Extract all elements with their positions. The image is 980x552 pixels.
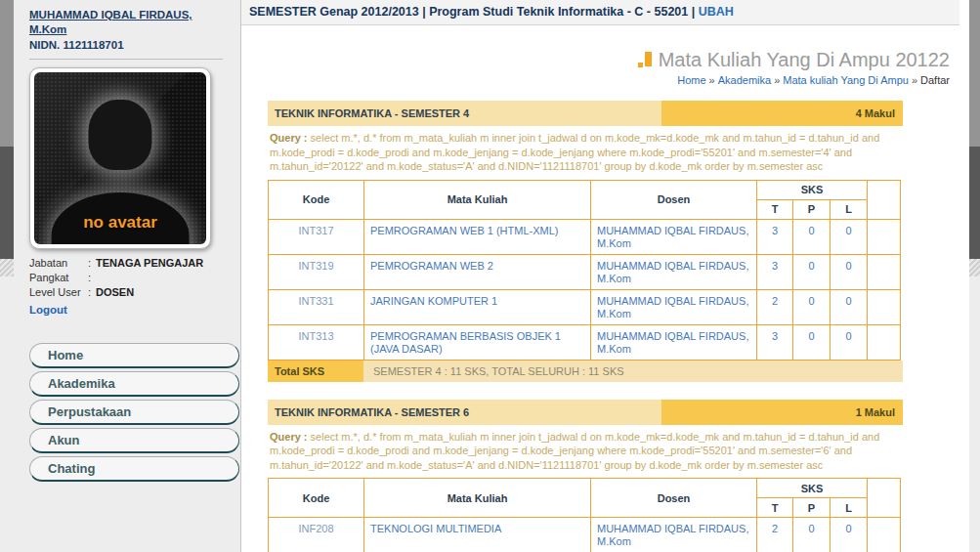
- edge-segment-dark: [0, 147, 14, 259]
- column-header-empty: [868, 479, 901, 518]
- sidebar-menu: HomeAkademikaPerpustakaanAkunChating: [29, 343, 239, 482]
- sql-query-text: Query : select m.*, d.* from m_mata_kuli…: [268, 126, 903, 180]
- sks-p: 0: [793, 254, 831, 289]
- semester-panel: TEKNIK INFORMATIKA - SEMESTER 6 1 Makul …: [268, 400, 903, 552]
- sks-l: 0: [831, 219, 868, 254]
- sks-l: 0: [831, 324, 868, 360]
- total-sks-label: Total SKS: [268, 361, 363, 382]
- edge-segment-gray: [0, 0, 14, 147]
- course-row: INT319PEMROGRAMAN WEB 2MUHAMMAD IQBAL FI…: [269, 254, 901, 289]
- course-dosen: MUHAMMAD IQBAL FIRDAUS, M.Kom: [591, 289, 757, 324]
- semester-header-bar: SEMESTER Genap 2012/2013 | Program Studi…: [241, 0, 959, 25]
- sql-query-text: Query : select m.*, d.* from m_mata_kuli…: [268, 425, 903, 479]
- course-kode: INT317: [269, 219, 364, 254]
- course-table: Kode Mata Kuliah Dosen SKS T P L INT317P…: [268, 180, 901, 361]
- sks-t: 3: [757, 324, 793, 360]
- column-header-t: T: [757, 199, 793, 219]
- breadcrumb-separator: »: [774, 74, 780, 86]
- sks-p: 0: [793, 219, 831, 254]
- sidebar-item-chating[interactable]: Chating: [29, 456, 239, 482]
- course-name: PEMROGRAMAN BERBASIS OBJEK 1 (JAVA DASAR…: [364, 324, 591, 360]
- panel-makul-count: 4 Makul: [661, 101, 903, 126]
- sidebar: MUHAMMAD IQBAL FIRDAUS, M.Kom NIDN. 1121…: [14, 0, 241, 552]
- column-header-kode: Kode: [269, 180, 364, 219]
- total-sks-row: Total SKS SEMESTER 4 : 11 SKS, TOTAL SEL…: [268, 361, 903, 382]
- breadcrumb: Home»Akademika»Mata kuliah Yang Di Ampu»…: [241, 74, 969, 86]
- column-header-dosen: Dosen: [591, 479, 757, 518]
- divider: [29, 59, 223, 60]
- column-header-kode: Kode: [269, 479, 364, 518]
- course-dosen: MUHAMMAD IQBAL FIRDAUS, M.Kom: [591, 518, 757, 552]
- title-row: Mata Kuliah Yang Di Ampu 20122: [241, 49, 969, 71]
- sidebar-item-perpustakaan[interactable]: Perpustakaan: [29, 400, 239, 425]
- course-name: PEMROGRAMAN WEB 2: [364, 254, 591, 289]
- sks-p: 0: [793, 324, 831, 360]
- column-header-mata-kuliah: Mata Kuliah: [364, 479, 591, 518]
- course-dosen: MUHAMMAD IQBAL FIRDAUS, M.Kom: [591, 219, 757, 254]
- panel-makul-count: 1 Makul: [661, 400, 903, 425]
- breadcrumb-mata-kuliah-yang-di-ampu[interactable]: Mata kuliah Yang Di Ampu: [783, 74, 909, 86]
- panel-title: TEKNIK INFORMATIKA - SEMESTER 6: [268, 400, 661, 425]
- sks-l: 0: [831, 289, 868, 324]
- panel-header: TEKNIK INFORMATIKA - SEMESTER 4 4 Makul: [268, 101, 903, 126]
- breadcrumb-daftar: Daftar: [920, 74, 950, 86]
- sks-t: 3: [757, 254, 793, 289]
- page-title: Mata Kuliah Yang Di Ampu 20122: [659, 49, 950, 71]
- edge-segment-hatch: [969, 259, 980, 276]
- sks-p: 0: [793, 289, 831, 324]
- edge-segment-light: [0, 276, 14, 552]
- edge-segment-dark: [969, 147, 980, 259]
- column-header-t: T: [757, 498, 793, 518]
- logout-link[interactable]: Logout: [29, 304, 67, 316]
- edge-segment-gray: [969, 0, 980, 147]
- no-avatar-image: no avatar: [34, 72, 206, 244]
- course-row: INT313PEMROGRAMAN BERBASIS OBJEK 1 (JAVA…: [269, 324, 901, 360]
- column-header-empty: [868, 180, 901, 219]
- breadcrumb-akademika[interactable]: Akademika: [718, 74, 771, 86]
- sidebar-item-akun[interactable]: Akun: [29, 428, 239, 453]
- empty-cell: [868, 254, 901, 289]
- panel-title: TEKNIK INFORMATIKA - SEMESTER 4: [268, 101, 661, 126]
- sks-p: 0: [793, 518, 831, 552]
- no-avatar-label: no avatar: [34, 213, 206, 233]
- sidebar-item-akademika[interactable]: Akademika: [29, 371, 239, 397]
- course-name: JARINGAN KOMPUTER 1: [364, 289, 591, 324]
- breadcrumb-home[interactable]: Home: [677, 74, 705, 86]
- column-header-l: L: [831, 199, 868, 219]
- empty-cell: [868, 518, 901, 552]
- course-kode: INF208: [269, 518, 364, 552]
- profile-info-row: Jabatan:TENAGA PENGAJAR: [29, 256, 240, 271]
- column-header-l: L: [831, 498, 868, 518]
- page-edge-right: [969, 0, 980, 552]
- info-value: DOSEN: [96, 285, 134, 300]
- column-header-mata-kuliah: Mata Kuliah: [364, 180, 591, 219]
- column-header-p: P: [793, 199, 831, 219]
- profile-nidn: NIDN. 1121118701: [29, 38, 240, 53]
- course-kode: INT331: [269, 289, 364, 324]
- course-row: INT331JARINGAN KOMPUTER 1MUHAMMAD IQBAL …: [269, 289, 901, 324]
- sidebar-item-home[interactable]: Home: [29, 343, 239, 368]
- edge-segment-light: [969, 276, 980, 552]
- course-name: PEMROGRAMAN WEB 1 (HTML-XML): [364, 219, 591, 254]
- course-kode: INT319: [269, 254, 364, 289]
- sks-t: 3: [757, 219, 793, 254]
- avatar-head-silhouette: [88, 100, 151, 170]
- breadcrumb-separator: »: [912, 74, 917, 86]
- course-row: INT317PEMROGRAMAN WEB 1 (HTML-XML)MUHAMM…: [269, 219, 901, 254]
- course-table: Kode Mata Kuliah Dosen SKS T P L INF208T…: [268, 478, 901, 552]
- sks-t: 2: [757, 289, 793, 324]
- profile-name-link[interactable]: MUHAMMAD IQBAL FIRDAUS, M.Kom: [29, 8, 220, 37]
- ubah-link[interactable]: UBAH: [699, 5, 734, 19]
- main-content: SEMESTER Genap 2012/2013 | Program Studi…: [241, 0, 969, 552]
- course-dosen: MUHAMMAD IQBAL FIRDAUS, M.Kom: [591, 254, 757, 289]
- sks-t: 2: [757, 518, 793, 552]
- semester-header-text: SEMESTER Genap 2012/2013 | Program Studi…: [249, 5, 699, 19]
- title-bullet-icon: [638, 52, 652, 68]
- total-sks-value: SEMESTER 4 : 11 SKS, TOTAL SELURUH : 11 …: [363, 361, 903, 382]
- course-row: INF208TEKNOLOGI MULTIMEDIAMUHAMMAD IQBAL…: [269, 518, 901, 552]
- empty-cell: [868, 289, 901, 324]
- panel-header: TEKNIK INFORMATIKA - SEMESTER 6 1 Makul: [268, 400, 903, 425]
- info-label: Jabatan: [29, 256, 88, 271]
- course-dosen: MUHAMMAD IQBAL FIRDAUS, M.Kom: [591, 324, 757, 360]
- empty-cell: [868, 219, 901, 254]
